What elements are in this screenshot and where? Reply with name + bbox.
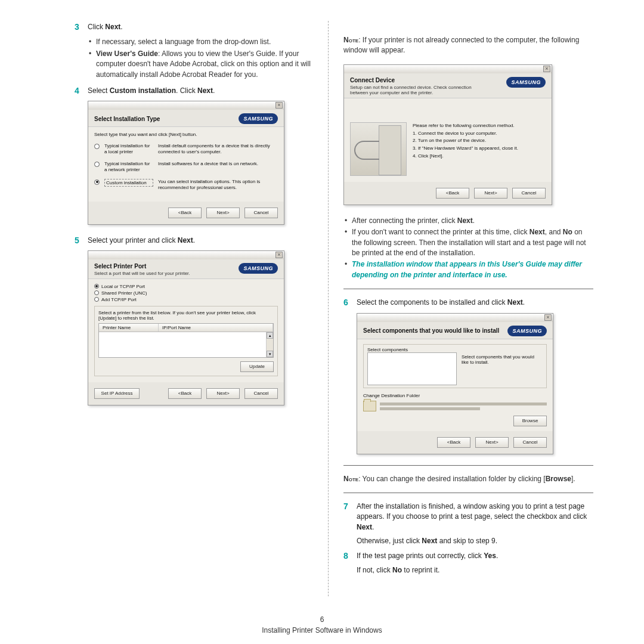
printer-listbox[interactable]: Printer Name IP/Port Name ▴ ▾ <box>98 323 274 358</box>
browse-button[interactable]: Browse <box>513 416 547 426</box>
back-button[interactable]: <Back <box>436 188 469 199</box>
port-option-local[interactable]: Local or TCP/IP Port <box>94 284 278 289</box>
set-ip-button[interactable]: Set IP Address <box>94 388 140 399</box>
substep: 1. Connect the device to your computer. <box>413 130 518 138</box>
dialog-header: Connect Device Setup can not find a conn… <box>344 73 552 98</box>
dialog-title: Select Installation Type <box>94 116 160 122</box>
text: Select <box>88 86 110 95</box>
step-number: 4 <box>75 86 88 96</box>
side-text: Select components that you would like to… <box>462 347 543 385</box>
text: If the test page prints out correctly, c… <box>357 552 484 560</box>
button-row: <Back Next> Cancel <box>344 182 552 205</box>
dialog-select-components: × Select components that you would like … <box>357 313 553 454</box>
text-bold: Next <box>197 86 213 95</box>
text: : If your printer is not already connect… <box>343 36 579 54</box>
text: Otherwise, just click <box>357 537 422 545</box>
option-label: Local or TCP/IP Port <box>101 284 145 289</box>
scroll-up-icon[interactable]: ▴ <box>267 332 273 339</box>
dialog-title: Select components that you would like to… <box>363 327 499 334</box>
step-text: Select the components to be installed an… <box>357 298 593 308</box>
path-placeholder <box>380 401 547 412</box>
page-content: 3 Click Next. If necessary, select a lan… <box>0 0 644 602</box>
text: . <box>213 86 215 95</box>
dialog-header: Select Printer Port Select a port that w… <box>88 259 284 279</box>
bullet: View User's Guide: Allows you to view th… <box>88 49 313 80</box>
cancel-button[interactable]: Cancel <box>244 208 278 218</box>
text: , and <box>545 228 563 236</box>
option-label: Shared Printer (UNC) <box>101 290 147 296</box>
back-button[interactable]: <Back <box>437 437 470 448</box>
option-local[interactable]: Typical installation for a local printer… <box>94 143 278 155</box>
text: . Click <box>176 86 197 95</box>
dialog-title: Select Printer Port <box>94 263 190 270</box>
step-text: Select Custom installation. Click Next. <box>88 86 313 96</box>
text: . <box>523 298 525 306</box>
text-bold: No <box>563 228 572 236</box>
dialog-body: Select type that you want and click [Nex… <box>88 127 284 201</box>
step-text: Select your printer and click Next. <box>88 236 313 246</box>
next-button[interactable]: Next> <box>474 188 507 199</box>
next-button[interactable]: Next> <box>206 208 240 218</box>
option-desc: You can select installation options. Thi… <box>158 179 278 191</box>
scrollbar[interactable]: ▴ ▾ <box>266 332 273 357</box>
step-number: 5 <box>75 236 88 246</box>
bullet: If you don't want to connect the printer… <box>343 227 593 258</box>
button-row: Set IP Address <Back Next> Cancel <box>88 382 284 405</box>
radio-icon[interactable] <box>94 179 100 185</box>
radio-icon[interactable] <box>94 144 100 149</box>
text-bold: View User's Guide <box>96 49 158 58</box>
close-icon[interactable]: × <box>544 314 552 321</box>
step-6: 6 Select the components to be installed … <box>343 298 593 308</box>
dialog-subtitle: Setup can not find a connected device. C… <box>350 85 487 95</box>
cancel-button[interactable]: Cancel <box>513 437 547 448</box>
radio-icon[interactable] <box>94 290 99 295</box>
next-button[interactable]: Next> <box>475 437 509 448</box>
dialog-connect-device: × Connect Device Setup can not find a co… <box>343 64 552 205</box>
divider <box>343 289 593 289</box>
option-label: Add TCP/IP Port <box>101 297 137 302</box>
text-bold: Custom installation <box>110 86 176 95</box>
step-4: 4 Select Custom installation. Click Next… <box>75 86 313 96</box>
close-icon[interactable]: × <box>543 66 550 72</box>
port-option-add[interactable]: Add TCP/IP Port <box>94 297 278 302</box>
close-icon[interactable]: × <box>275 252 283 258</box>
bullet: If necessary, select a language from the… <box>88 37 313 47</box>
lead-text: Please refer to the following connection… <box>413 122 518 130</box>
step-number: 7 <box>343 501 357 547</box>
destination-group: Change Destination Folder Browse <box>363 393 547 426</box>
port-option-shared[interactable]: Shared Printer (UNC) <box>94 290 278 296</box>
printer-list-group: Select a printer from the list below. If… <box>94 306 278 376</box>
after-connect-bullets: After connecting the printer, click Next… <box>343 216 593 280</box>
radio-icon[interactable] <box>94 297 99 302</box>
update-button[interactable]: Update <box>240 361 274 372</box>
next-button[interactable]: Next> <box>206 388 240 399</box>
radio-icon[interactable] <box>94 162 100 167</box>
close-icon[interactable]: × <box>275 102 283 109</box>
cancel-button[interactable]: Cancel <box>244 388 278 399</box>
folder-icon <box>363 401 376 411</box>
option-network[interactable]: Typical installation for a network print… <box>94 161 278 172</box>
substep: 3. If "New Hardware Wizard" is appeared,… <box>413 145 518 153</box>
column-ip-port: IP/Port Name <box>159 324 273 332</box>
option-custom[interactable]: Custom installation You can select insta… <box>94 179 278 191</box>
radio-icon[interactable] <box>94 284 99 289</box>
text-bold: Yes <box>484 552 496 560</box>
text: If not, click <box>357 566 392 574</box>
text: . <box>193 236 195 244</box>
text-bold: Next <box>422 537 437 545</box>
back-button[interactable]: <Back <box>168 388 202 399</box>
back-button[interactable]: <Back <box>168 208 202 218</box>
bullet: After connecting the printer, click Next… <box>343 216 593 226</box>
connection-illustration <box>350 122 407 176</box>
scroll-down-icon[interactable]: ▾ <box>267 351 273 357</box>
step-text: Click Next. <box>88 22 313 32</box>
step-7: 7 After the installation is finished, a … <box>343 501 593 547</box>
cancel-button[interactable]: Cancel <box>512 188 546 199</box>
text: After the installation is finished, a wi… <box>357 502 587 521</box>
left-column: 3 Click Next. If necessary, select a lan… <box>75 21 328 596</box>
option-label: Typical installation for a local printer <box>104 143 153 154</box>
samsung-logo: SAMSUNG <box>239 263 278 274</box>
text-bold: Next <box>530 228 545 236</box>
text: Select the components to be installed an… <box>357 298 507 306</box>
components-listbox[interactable] <box>367 352 457 385</box>
